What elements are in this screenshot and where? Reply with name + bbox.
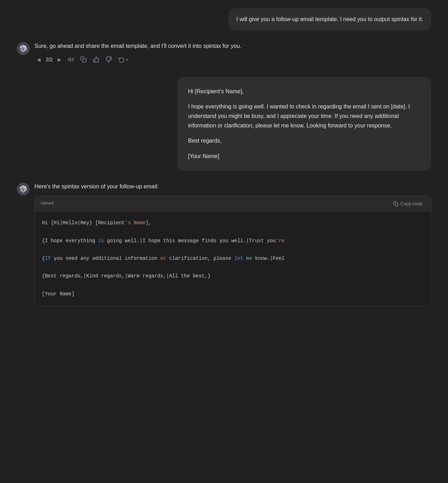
speak-button[interactable] xyxy=(65,55,76,64)
copy-button[interactable] xyxy=(78,55,89,64)
email-line-2: I hope everything is going well. I wante… xyxy=(188,102,421,131)
prev-icon: ◀ xyxy=(37,57,41,62)
user-message-2: Hi [Recipient's Name], I hope everything… xyxy=(17,77,431,171)
assistant-text-2: Here's the spintax version of your follo… xyxy=(35,182,431,191)
svg-marker-0 xyxy=(68,58,71,62)
refresh-button[interactable]: ▾ xyxy=(116,55,130,64)
refresh-chevron: ▾ xyxy=(126,58,128,62)
refresh-icon xyxy=(118,56,125,63)
svg-rect-1 xyxy=(83,59,86,62)
code-block: vbnet Copy code Hi {Hi|Hello|Hey} [Recip… xyxy=(35,196,431,306)
assistant-content-2: Here's the spintax version of your follo… xyxy=(35,182,431,306)
next-button[interactable]: ▶ xyxy=(55,55,64,64)
assistant-text-1: Sure, go ahead and share the email templ… xyxy=(35,42,431,51)
assistant-message-1: Sure, go ahead and share the email templ… xyxy=(17,42,431,65)
code-lang-label: vbnet xyxy=(41,200,54,207)
copy-code-label: Copy code xyxy=(400,201,422,206)
email-line-4: [Your Name] xyxy=(188,151,421,161)
copy-code-icon xyxy=(393,201,398,206)
speak-icon xyxy=(68,56,74,63)
chatgpt-logo-icon-2 xyxy=(20,186,27,193)
assistant-content-1: Sure, go ahead and share the email templ… xyxy=(35,42,431,65)
svg-rect-2 xyxy=(395,203,398,206)
thumbdown-icon xyxy=(106,56,112,63)
thumbdown-button[interactable] xyxy=(103,55,114,64)
thumbup-icon xyxy=(93,56,99,63)
next-icon: ▶ xyxy=(58,57,61,62)
copy-code-button[interactable]: Copy code xyxy=(390,200,425,208)
chat-container: I will give you a follow-up email templa… xyxy=(0,0,448,314)
thumbup-button[interactable] xyxy=(91,55,102,64)
avatar-1 xyxy=(17,42,30,55)
code-block-header: vbnet Copy code xyxy=(35,196,431,212)
page-indicator: 2/2 xyxy=(44,54,54,65)
email-bubble: Hi [Recipient's Name], I hope everything… xyxy=(178,77,431,171)
code-content: Hi {Hi|Hello|Hey} [Recipient's Name], {I… xyxy=(35,212,431,306)
chatgpt-logo-icon xyxy=(20,45,27,52)
user-bubble-1: I will give you a follow-up email templa… xyxy=(229,8,431,30)
email-line-1: Hi [Recipient's Name], xyxy=(188,87,421,96)
email-line-3: Best regards, xyxy=(188,136,421,145)
message-actions-1: ◀ 2/2 ▶ xyxy=(35,54,431,65)
avatar-2 xyxy=(17,183,30,195)
copy-icon xyxy=(80,56,87,63)
user-message-1: I will give you a follow-up email templa… xyxy=(17,8,431,30)
assistant-message-2: Here's the spintax version of your follo… xyxy=(17,182,431,306)
prev-button[interactable]: ◀ xyxy=(35,55,43,64)
user-text-1: I will give you a follow-up email templa… xyxy=(236,16,423,22)
code-line-1: Hi {Hi|Hello|Hey} [Recipient's Name], {I… xyxy=(42,220,285,297)
